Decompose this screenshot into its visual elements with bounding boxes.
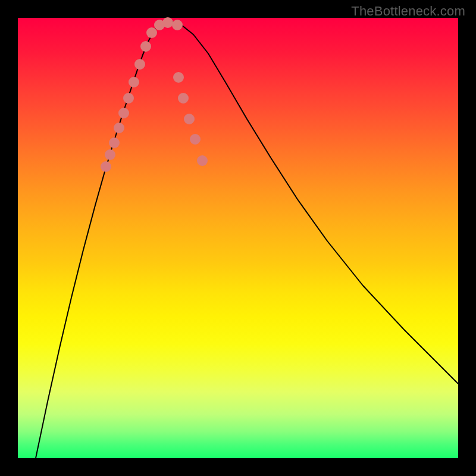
curve-layer	[36, 21, 458, 458]
marker-dot	[105, 149, 115, 160]
marker-dot	[140, 41, 151, 52]
marker-dot	[197, 155, 208, 166]
marker-dot	[123, 93, 134, 104]
dot-layer	[101, 17, 208, 172]
bottleneck-curve-path	[36, 21, 458, 458]
marker-dot	[129, 77, 139, 87]
marker-dot	[178, 93, 189, 104]
watermark-text: TheBottleneck.com	[351, 4, 465, 19]
marker-dot	[118, 108, 129, 118]
marker-dot	[190, 134, 201, 145]
chart-svg	[18, 18, 458, 458]
marker-dot	[172, 20, 183, 30]
plot-area	[18, 18, 458, 458]
marker-dot	[114, 123, 124, 133]
marker-dot	[173, 72, 184, 83]
marker-dot	[101, 161, 111, 172]
chart-frame: TheBottleneck.com	[0, 0, 476, 476]
marker-dot	[134, 59, 145, 70]
marker-dot	[146, 27, 157, 38]
marker-dot	[162, 17, 173, 28]
marker-dot	[184, 114, 195, 124]
marker-dot	[109, 137, 120, 148]
